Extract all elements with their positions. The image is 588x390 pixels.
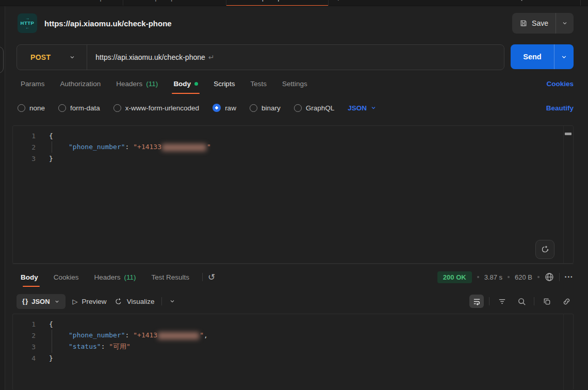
search-icon <box>517 297 526 306</box>
code-line: 4 } <box>13 352 573 364</box>
preview-button[interactable]: ▷ Preview <box>73 298 107 305</box>
tab-settings[interactable]: Settings <box>274 70 315 97</box>
request-tab-3-active[interactable]: POST https://api.xiaomu.uk/c <box>226 0 329 6</box>
postbot-ai-button[interactable] <box>535 240 554 259</box>
visualize-button[interactable]: Visualize <box>114 297 155 306</box>
return-key-glyph: ↵ <box>208 53 215 61</box>
request-tab-1[interactable]: GET Untitled Request <box>41 0 123 6</box>
sparkle-icon <box>114 297 123 306</box>
arrow-left-icon: ← <box>25 26 29 30</box>
headers-count: (11) <box>146 80 158 88</box>
left-sidebar-edge <box>0 6 5 390</box>
tab-title: https://api.xiaomu.uk/sw <box>148 0 217 2</box>
response-headers-count: (11) <box>124 273 136 281</box>
sparkle-icon <box>540 245 550 254</box>
request-header: → HTTP ← https://api.xiaomu.uk/check-pho… <box>12 6 574 40</box>
http-protocol-icon: → HTTP ← <box>18 13 37 33</box>
radio-icon <box>18 104 25 112</box>
redacted-phone-number <box>162 144 206 151</box>
chevron-down-icon <box>69 54 75 60</box>
response-toolbar: { } JSON ▷ Preview Visualize <box>12 290 574 313</box>
response-tab-body[interactable]: Body <box>17 264 46 290</box>
send-options-button[interactable] <box>554 44 574 69</box>
indent-guide <box>52 330 52 341</box>
radio-none[interactable]: none <box>18 104 45 112</box>
braces-icon: { } <box>22 298 27 305</box>
filter-button[interactable] <box>495 295 509 308</box>
environment-selector[interactable]: No environment <box>516 0 581 6</box>
code-line: 3 } <box>13 153 573 164</box>
radio-icon <box>250 104 257 112</box>
tab-headers[interactable]: Headers(11) <box>108 70 166 97</box>
tab-body[interactable]: Body <box>166 70 206 97</box>
method-label-get: GET <box>133 0 144 1</box>
method-label-get: GET <box>51 0 62 1</box>
more-actions-button[interactable]: ••• <box>565 274 574 280</box>
tab-authorization[interactable]: Authorization <box>53 70 109 97</box>
copy-response-button[interactable] <box>540 295 554 308</box>
modified-indicator-dot <box>194 82 198 86</box>
globe-network-icon[interactable] <box>545 272 554 282</box>
request-body-editor[interactable]: 1 { 2 "phone_number": "+14133" 3 } <box>12 125 574 264</box>
filter-icon <box>498 297 507 306</box>
chevron-down-icon <box>370 105 377 111</box>
response-format-dropdown[interactable]: { } JSON <box>17 294 66 309</box>
response-time[interactable]: 3.87 s <box>484 273 502 281</box>
beautify-link[interactable]: Beautify <box>546 104 574 112</box>
response-history-icon[interactable]: ↺ <box>208 272 215 283</box>
language-dropdown[interactable]: JSON <box>348 104 377 112</box>
code-line: 1 { <box>13 318 573 330</box>
request-tab-2[interactable]: GET https://api.xiaomu.uk/sw <box>123 0 226 6</box>
tab-params[interactable]: Params <box>17 70 53 97</box>
url-bar: POST https://api.xiaomu.uk/check-phone↵ … <box>12 44 574 70</box>
wrap-text-icon <box>472 297 481 306</box>
chevron-down-icon <box>54 299 60 304</box>
send-button[interactable]: Send <box>511 53 554 61</box>
tab-title: Untitled Request <box>66 0 113 2</box>
radio-form-data[interactable]: form-data <box>58 104 100 112</box>
new-tab-button[interactable]: + <box>329 0 348 3</box>
scrollbar-thumb[interactable] <box>565 133 571 135</box>
method-dropdown[interactable]: POST <box>17 45 87 70</box>
radio-icon <box>294 104 302 112</box>
link-icon <box>562 297 571 306</box>
radio-graphql[interactable]: GraphQL <box>294 104 335 112</box>
radio-x-www-form-urlencoded[interactable]: x-www-form-urlencoded <box>113 104 199 112</box>
link-response-button[interactable] <box>559 295 574 308</box>
radio-icon <box>113 104 121 112</box>
visualize-options-chevron[interactable] <box>169 298 175 304</box>
response-body-viewer: 1 { 2 "phone_number": "+1413", 3 "status… <box>12 314 574 390</box>
status-badge[interactable]: 200 OK <box>437 271 472 283</box>
url-input[interactable]: https://api.xiaomu.uk/check-phone↵ <box>87 53 222 61</box>
response-size[interactable]: 620 B <box>515 273 532 281</box>
code-line: 2 "phone_number": "+14133" <box>13 141 573 153</box>
cookies-link[interactable]: Cookies <box>546 80 574 88</box>
response-tab-headers[interactable]: Headers(11) <box>87 264 144 290</box>
dot-separator <box>508 276 510 278</box>
workspace-tab-bar: GET Untitled Request GET https://api.xia… <box>0 0 588 6</box>
body-type-selector: none form-data x-www-form-urlencoded raw… <box>12 97 574 119</box>
indent-guide <box>52 141 52 153</box>
dot-separator <box>477 276 479 278</box>
cropped-element-fragment <box>0 46 4 73</box>
save-options-button[interactable] <box>556 13 574 34</box>
response-tab-cookies[interactable]: Cookies <box>46 264 87 290</box>
environment-label: No environment <box>528 0 573 2</box>
code-line: 2 "phone_number": "+1413", <box>13 330 573 341</box>
send-button-group: Send <box>511 44 574 69</box>
search-response-button[interactable] <box>514 295 529 308</box>
copy-icon <box>543 297 551 306</box>
wrap-text-button[interactable] <box>469 295 484 308</box>
tab-tests[interactable]: Tests <box>242 70 274 97</box>
tab-title: https://api.xiaomu.uk/c <box>255 0 319 2</box>
radio-binary[interactable]: binary <box>250 104 281 112</box>
response-header: Body Cookies Headers(11) Test Results ↺ … <box>12 264 574 290</box>
tab-scripts[interactable]: Scripts <box>206 70 242 97</box>
save-button[interactable]: Save <box>512 13 556 34</box>
code-line: 1 { <box>13 130 573 141</box>
radio-raw-selected[interactable]: raw <box>213 104 236 112</box>
radio-selected-icon <box>213 104 221 112</box>
method-label-post: POST <box>236 0 251 1</box>
request-title: https://api.xiaomu.uk/check-phone <box>44 19 172 28</box>
response-tab-test-results[interactable]: Test Results <box>144 264 198 290</box>
